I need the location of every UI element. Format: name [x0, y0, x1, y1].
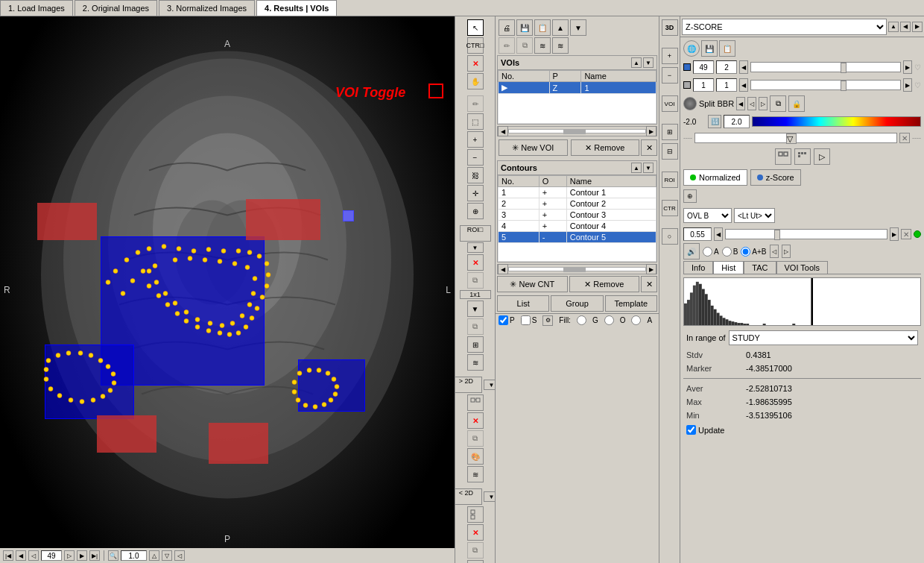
group-btn[interactable]: Group	[551, 295, 603, 312]
side-minus-btn[interactable]: −	[662, 67, 678, 84]
radio-ab[interactable]: A+B	[741, 247, 766, 257]
cnt-row-5[interactable]: 5 - Contour 5	[499, 232, 656, 243]
color-bar[interactable]	[752, 116, 921, 127]
ovl-val-input[interactable]: 0.55	[683, 227, 712, 241]
contours-arrow-down[interactable]: ▼	[643, 163, 654, 173]
nav-prev-small-btn[interactable]: ◁	[28, 550, 39, 561]
paint-tool-btn[interactable]: 🎨	[467, 448, 484, 465]
voi-icon-5[interactable]: ⧉	[516, 37, 533, 54]
ovl-arrow-left[interactable]: ◀	[714, 227, 723, 241]
rp-speaker-btn[interactable]: 🔊	[683, 243, 700, 260]
voi-down-icon-btn[interactable]: ▼	[570, 19, 586, 36]
voi-close-btn[interactable]: ✕	[467, 412, 484, 429]
contours-scrollbar[interactable]: ◀ ▶	[497, 264, 657, 274]
side-circle-btn[interactable]: ○	[662, 228, 678, 245]
voi-scrollbar[interactable]: ◀ ▶	[497, 126, 657, 136]
norm-tab-normalized[interactable]: Normalized	[683, 169, 747, 186]
voi-icon-6[interactable]: ≋	[534, 37, 551, 54]
nav-collapse-btn[interactable]: ▽	[162, 550, 172, 561]
nav-last-btn[interactable]: ▶|	[89, 550, 100, 561]
cnt-row-1[interactable]: 1 + Contour 1	[499, 187, 656, 198]
close-tool-btn[interactable]: ✕	[467, 55, 484, 72]
nav-next-small-btn[interactable]: ▷	[64, 550, 75, 561]
plus-btn[interactable]: +	[467, 131, 484, 148]
grid-icon-2[interactable]	[794, 148, 811, 165]
tab-info[interactable]: Info	[683, 261, 713, 274]
measure-tool-btn[interactable]: ⬚	[467, 113, 484, 130]
voi-icon-3[interactable]: 📋	[534, 19, 551, 36]
split-bbr-lock-btn[interactable]: 🔒	[788, 95, 805, 112]
checkbox-s[interactable]	[521, 315, 531, 325]
voi-row-1[interactable]: ▶ Z 1	[499, 82, 656, 94]
nav-next-btn[interactable]: ▶	[77, 550, 87, 561]
voi-icon-4[interactable]: ✏	[499, 37, 515, 54]
close-cnt-btn[interactable]: ✕	[641, 276, 657, 292]
nav-prev-btn[interactable]: ◀	[16, 550, 26, 561]
lt-ut-select[interactable]: <Lt Ut>	[734, 208, 775, 223]
voi-red-2[interactable]	[37, 203, 97, 240]
voi-scroll-thumb[interactable]	[563, 130, 586, 134]
contours-arrow-up[interactable]: ▲	[631, 163, 642, 173]
roi-down-btn[interactable]: ▼	[467, 242, 484, 253]
split-bbr-arrow-next[interactable]: ▷	[759, 97, 768, 110]
template-btn[interactable]: Template	[605, 295, 657, 312]
voi-blue-bottom-left[interactable]	[45, 345, 134, 419]
check-s[interactable]: S	[521, 315, 537, 325]
slider2-thumb[interactable]	[841, 81, 847, 91]
list-btn[interactable]: List	[497, 295, 549, 312]
checkbox-p[interactable]	[499, 315, 508, 325]
voi-red-4[interactable]	[209, 423, 268, 464]
voi-scroll-left[interactable]: ◀	[498, 126, 508, 136]
ctr-btn[interactable]: CTR□	[467, 37, 484, 54]
link-tool-btn[interactable]: ⛓	[467, 167, 484, 183]
slider2-track[interactable]	[750, 80, 901, 90]
slider1-arrow-right[interactable]: ▶	[903, 60, 912, 74]
tab-tac[interactable]: TAC	[744, 261, 776, 274]
side-grid2-btn[interactable]: ⊟	[662, 143, 678, 160]
voi-icon-2[interactable]: 💾	[516, 19, 533, 36]
nav-zoom-icon[interactable]: 🔍	[108, 550, 118, 561]
fill-radio-o[interactable]	[604, 315, 614, 325]
voi-icon-1[interactable]: 🖨	[499, 19, 515, 36]
split-bbr-copy-btn[interactable]: ⧉	[770, 95, 786, 112]
side-roi-btn[interactable]: ROI	[662, 172, 678, 188]
wave2-tool-btn[interactable]: ≋	[467, 466, 484, 482]
slider2-arrow-left[interactable]: ◀	[739, 78, 748, 92]
new-voi-btn[interactable]: ✳ New VOI	[499, 139, 568, 156]
close-voi-btn[interactable]: ✕	[641, 139, 657, 156]
rp-copy-btn[interactable]: 📋	[719, 40, 735, 57]
check-p[interactable]: P	[499, 315, 515, 325]
tab-results-vois[interactable]: 4. Results | VOIs	[256, 0, 337, 16]
nav-scroll-left[interactable]: ◁	[174, 550, 185, 561]
slider-input-2b[interactable]: 1	[716, 78, 737, 92]
tab-original-images[interactable]: 2. Original Images	[75, 0, 157, 16]
rp-save-btn[interactable]: 💾	[701, 40, 718, 57]
fill-radio-g[interactable]	[577, 315, 586, 325]
radio-input-ab[interactable]	[741, 247, 750, 257]
roi-btn[interactable]: ROI□	[460, 225, 491, 242]
radio-b[interactable]: B	[722, 247, 738, 257]
voi-scroll-track[interactable]	[508, 129, 646, 133]
voi-blue-bottom-right[interactable]	[298, 359, 365, 412]
voi-copy-btn[interactable]: ⧉	[467, 430, 484, 447]
cnt-scroll-right[interactable]: ▶	[646, 264, 656, 274]
voi-blue-marker[interactable]	[343, 210, 354, 221]
zscore-select[interactable]: Z-SCORE	[682, 19, 887, 35]
cnt-scroll-track[interactable]	[508, 267, 646, 271]
gt2d-down-btn[interactable]: ▼	[484, 380, 496, 390]
side-ctr-btn[interactable]: CTR	[662, 200, 678, 216]
radio-a[interactable]: A	[703, 247, 719, 257]
roi-close-btn[interactable]: ✕	[467, 254, 484, 271]
voi-red-1[interactable]	[246, 199, 320, 240]
slider-input-1b[interactable]: 2	[716, 60, 737, 74]
dotted-x-btn[interactable]: ✕	[899, 133, 910, 143]
cursor-tool-btn[interactable]: ↖	[467, 19, 484, 36]
cnt-row-3[interactable]: 3 + Contour 3	[499, 210, 656, 221]
tab-load-images[interactable]: 1. Load Images	[0, 0, 73, 16]
side-grid-btn[interactable]: ⊞	[662, 124, 678, 140]
small-icon-btn[interactable]: ⊕	[683, 189, 697, 203]
frame-input[interactable]: 49	[41, 550, 62, 561]
grid-icon-3[interactable]: ▷	[814, 148, 830, 165]
split-bbr-arrow-prev[interactable]: ◁	[747, 97, 756, 110]
slider-input-1a[interactable]: 49	[693, 60, 714, 74]
